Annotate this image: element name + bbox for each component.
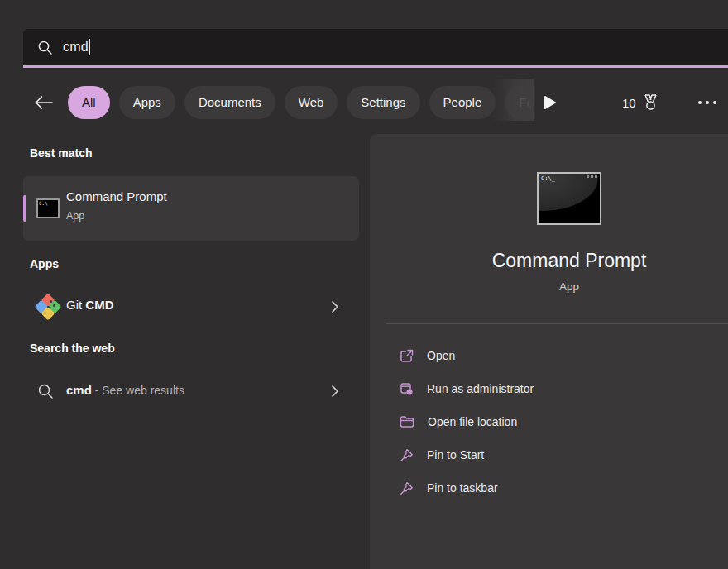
more-options-button[interactable]	[695, 86, 720, 119]
web-search-result[interactable]: cmd - See web results	[23, 371, 359, 414]
text-cursor	[89, 39, 91, 55]
result-title: cmd - See web results	[66, 383, 184, 397]
tab-apps[interactable]: Apps	[119, 86, 175, 119]
app-result-git-cmd[interactable]: Git CMD	[23, 285, 359, 328]
action-label: Open file location	[428, 415, 517, 428]
back-button[interactable]	[31, 89, 56, 116]
action-pin-to-start[interactable]: Pin to Start	[386, 438, 717, 471]
web-header: Search the web	[30, 342, 115, 355]
filter-tabs-row: All Apps Documents Web Settings People F…	[0, 86, 728, 119]
action-label: Pin to taskbar	[427, 481, 498, 495]
preview-title: Command Prompt	[370, 250, 728, 272]
preview-subtitle: App	[370, 280, 728, 293]
folder-icon	[400, 415, 414, 428]
command-prompt-icon-large	[537, 172, 601, 225]
chevron-right-icon	[331, 300, 339, 313]
result-subtitle: App	[66, 210, 84, 222]
preview-panel: Command Prompt App Open Run as administr…	[370, 134, 728, 569]
rewards-medal-icon	[642, 93, 659, 112]
windows-search-overlay: cmd All Apps Documents Web Settings Peop…	[0, 0, 728, 569]
rewards-count: 10	[622, 96, 636, 110]
apps-header: Apps	[30, 257, 59, 270]
selection-accent-bar	[23, 195, 26, 222]
arrow-left-icon	[34, 95, 54, 110]
action-open[interactable]: Open	[386, 339, 717, 372]
filter-tabs: All Apps Documents Web Settings People F…	[68, 86, 534, 119]
pin-icon	[400, 481, 414, 495]
play-icon	[544, 95, 557, 110]
rewards-badge[interactable]: 10	[622, 86, 659, 119]
search-icon	[37, 383, 54, 399]
action-label: Pin to Start	[427, 448, 484, 461]
ellipsis-icon	[697, 100, 717, 105]
action-run-as-administrator[interactable]: Run as administrator	[386, 372, 717, 405]
tab-all[interactable]: All	[68, 86, 110, 119]
divider	[386, 323, 728, 324]
tabs-scroll-more-button[interactable]	[544, 95, 557, 113]
action-pin-to-taskbar[interactable]: Pin to taskbar	[386, 471, 717, 504]
result-title: Git CMD	[66, 298, 114, 312]
tab-web[interactable]: Web	[285, 86, 338, 119]
tab-folders[interactable]: Folders	[505, 86, 534, 119]
action-list: Open Run as administrator Open file loca…	[386, 339, 717, 504]
tab-people[interactable]: People	[429, 86, 496, 119]
run-admin-icon	[400, 382, 414, 396]
search-input[interactable]: cmd	[23, 29, 728, 68]
search-query-text: cmd	[63, 40, 89, 55]
tab-documents[interactable]: Documents	[184, 86, 275, 119]
action-label: Run as administrator	[427, 382, 534, 395]
git-icon	[36, 295, 60, 318]
action-open-file-location[interactable]: Open file location	[386, 405, 717, 438]
chevron-right-icon	[331, 385, 339, 398]
best-match-header: Best match	[30, 146, 92, 160]
search-icon	[37, 40, 53, 55]
command-prompt-icon	[36, 198, 60, 218]
result-title: Command Prompt	[66, 189, 167, 203]
tab-settings[interactable]: Settings	[347, 86, 419, 119]
pin-icon	[400, 448, 414, 462]
action-label: Open	[427, 349, 455, 362]
open-external-icon	[400, 349, 414, 363]
best-match-result[interactable]: Command Prompt App	[23, 176, 359, 241]
